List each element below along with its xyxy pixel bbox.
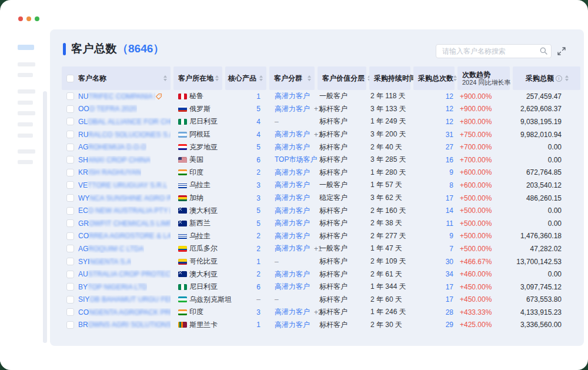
purchase-count-link[interactable]: 9 — [449, 232, 453, 240]
purchase-count-link[interactable]: 7 — [449, 245, 453, 253]
customer-name-link[interactable]: RURALCO SOLUCIONES S.A — [78, 131, 171, 139]
purchase-count-link[interactable]: 8 — [449, 181, 453, 189]
table-row[interactable]: ECO NEW AUSTRALIA PTY LIMITED 澳大利亚 5 高潜力… — [62, 204, 580, 217]
core-product-count[interactable]: 6 — [256, 283, 260, 291]
table-row[interactable]: VETTORE URUGUAY S.R.L 乌拉圭 3 高潜力客户 一般客户 1… — [62, 179, 580, 192]
customer-name-link[interactable]: GLOBAL ALLIANCE FOR CHEMICA... — [78, 118, 171, 126]
sidebar-item[interactable] — [18, 111, 35, 115]
core-product-count[interactable]: 3 — [256, 194, 260, 202]
table-row[interactable]: AGROQUIM C LTDA 厄瓜多尔 2 高潜力客户 +1 一般客户 1 年… — [62, 242, 580, 255]
row-checkbox[interactable] — [66, 169, 74, 176]
customer-name-link[interactable]: OOO TEFRA 2020 — [78, 105, 137, 113]
sort-carets-icon[interactable] — [453, 75, 457, 81]
table-row[interactable]: SHANXI CROP CHINA 美国 6 TOP市场客户 标杆客户 3 年 … — [62, 154, 580, 166]
row-checkbox[interactable] — [66, 131, 74, 138]
row-checkbox[interactable] — [66, 296, 74, 304]
customer-name-link[interactable]: ECO NEW AUSTRALIA PTY LIMITED — [78, 206, 171, 215]
customer-segment-link[interactable]: 高潜力客户 — [275, 244, 310, 254]
customer-segment-link[interactable]: 高潜力客户 — [275, 142, 310, 152]
core-product-count[interactable]: 6 — [256, 156, 260, 164]
core-product-count[interactable]: 4 — [256, 118, 260, 126]
table-row[interactable]: WYNCA SUNSHINE AGRO PRODU... 加纳 3 高潜力客户 … — [62, 192, 580, 205]
table-row[interactable]: NUTRIFEC COMPANIA S.A.C 秘鲁 1 高潜力客户 一般客户 … — [62, 90, 580, 103]
column-header-segment[interactable]: 客户分群 — [269, 66, 315, 90]
sort-carets-icon[interactable] — [565, 75, 569, 81]
table-row[interactable]: GROWFIT CHEMICALS LIMITED 新西兰 5 高潜力客户 标杆… — [62, 217, 580, 230]
row-checkbox[interactable] — [66, 156, 74, 164]
row-checkbox[interactable] — [66, 321, 74, 329]
table-row[interactable]: AGROHEMIJA D.O.O 克罗地亚 5 高潜力客户 标杆客户 2 年 4… — [62, 141, 580, 154]
customer-segment-link[interactable]: 高潜力客户 — [275, 193, 310, 203]
sidebar-item[interactable] — [18, 89, 35, 94]
purchase-count-link[interactable]: 12 — [446, 105, 453, 113]
core-product-count[interactable]: 3 — [256, 308, 260, 316]
purchase-count-link[interactable]: 12 — [446, 92, 453, 101]
table-row[interactable]: BROWNS AGRI SOLUTIONS PVTLTD 斯里兰卡 1 高潜力客… — [62, 319, 580, 332]
purchase-count-link[interactable]: 14 — [446, 206, 453, 215]
purchase-count-link[interactable]: 27 — [446, 143, 453, 151]
table-row[interactable]: CONGENTA AGROPACK PRIVATEE... 印度 3 高潜力客户… — [62, 306, 580, 319]
purchase-count-link[interactable]: 11 — [446, 219, 453, 228]
search-icon[interactable] — [540, 47, 547, 55]
customer-segment-link[interactable]: 高潜力客户 — [275, 206, 310, 216]
table-row[interactable]: SIYOB BAHAMUT URGU FERMERX... 乌兹别克斯坦 – –… — [62, 294, 580, 306]
core-product-count[interactable]: 1 — [256, 92, 260, 101]
customer-name-link[interactable]: GROWFIT CHEMICALS LIMITED — [78, 219, 171, 228]
core-product-count[interactable]: 5 — [256, 206, 260, 215]
column-header-amount[interactable]: 采购总额i — [513, 66, 580, 90]
fullscreen-icon[interactable] — [557, 47, 566, 55]
row-checkbox[interactable] — [66, 283, 74, 291]
row-checkbox[interactable] — [66, 207, 74, 215]
sort-carets-icon[interactable] — [259, 75, 263, 81]
customer-name-link[interactable]: VETTORE URUGUAY S.R.L — [78, 181, 168, 189]
purchase-count-link[interactable]: 34 — [446, 270, 453, 278]
customer-segment-link[interactable]: 高潜力客户 — [275, 320, 310, 330]
customer-name-link[interactable]: AUSTRALIA CROP PROTECTIONP... — [78, 270, 171, 278]
customer-name-link[interactable]: CORREA AGROSTORE & LABSR... — [78, 232, 171, 240]
sidebar-item-active[interactable] — [18, 45, 34, 50]
table-row[interactable]: OOO TEFRA 2020 俄罗斯 5 高潜力客户 +1 标杆客户 3 年 1… — [62, 103, 580, 116]
customer-name-link[interactable]: AGROQUIM C LTDA — [78, 245, 144, 253]
column-header-name[interactable]: 客户名称 — [62, 66, 171, 90]
customer-name-link[interactable]: AGROHEMIJA D.O.O — [78, 143, 146, 151]
close-window-button[interactable] — [18, 16, 23, 21]
customer-search-input[interactable] — [436, 44, 552, 58]
sort-carets-icon[interactable] — [215, 75, 219, 81]
table-row[interactable]: SYINGENTA S.A 哥伦比亚 1 – 标杆客户 2 年 109 天 30… — [62, 255, 580, 268]
core-product-count[interactable]: 3 — [256, 181, 260, 189]
purchase-count-link[interactable]: 30 — [446, 258, 453, 266]
customer-segment-link[interactable]: 高潜力客户 — [275, 91, 310, 101]
customer-segment-link[interactable]: – — [275, 118, 279, 126]
customer-name-link[interactable]: SYINGENTA S.A — [78, 258, 131, 266]
row-checkbox[interactable] — [66, 181, 74, 189]
core-product-count[interactable]: 2 — [256, 168, 260, 176]
row-checkbox[interactable] — [66, 271, 74, 278]
customer-segment-link[interactable]: 高潜力客户 — [275, 269, 310, 279]
row-checkbox[interactable] — [66, 105, 74, 113]
customer-segment-link[interactable]: 高潜力客户 — [275, 129, 310, 139]
customer-segment-link[interactable]: – — [275, 258, 279, 266]
table-row[interactable]: KRISH RAGHUYAN 印度 2 高潜力客户 标杆客户 1 年 280 天… — [62, 166, 580, 179]
customer-name-link[interactable]: BROWNS AGRI SOLUTIONS PVTLTD — [78, 321, 171, 329]
core-product-count[interactable]: 5 — [256, 105, 260, 113]
purchase-count-link[interactable]: 16 — [446, 156, 453, 164]
customer-segment-link[interactable]: TOP市场客户 — [275, 155, 317, 165]
purchase-count-link[interactable]: 17 — [446, 295, 453, 304]
tag-icon[interactable] — [155, 93, 162, 100]
sidebar-item[interactable] — [18, 73, 33, 77]
customer-segment-link[interactable]: – — [275, 295, 279, 304]
core-product-count[interactable]: 2 — [256, 245, 260, 253]
column-header-location[interactable]: 客户所在地 — [173, 66, 222, 90]
sidebar-item[interactable] — [18, 160, 33, 164]
customer-name-link[interactable]: BYTOP NIGERIA LTD — [78, 283, 147, 291]
row-checkbox[interactable] — [66, 144, 74, 151]
purchase-count-link[interactable]: 12 — [446, 118, 453, 126]
row-checkbox[interactable] — [66, 118, 74, 125]
info-icon[interactable]: i — [556, 75, 562, 82]
customer-name-link[interactable]: WYNCA SUNSHINE AGRO PRODU... — [78, 194, 171, 202]
maximize-window-button[interactable] — [35, 16, 39, 21]
row-checkbox[interactable] — [66, 92, 74, 100]
minimize-window-button[interactable] — [26, 16, 31, 21]
sidebar-item[interactable] — [18, 149, 35, 154]
customer-segment-link[interactable]: 高潜力客户 — [275, 218, 310, 228]
